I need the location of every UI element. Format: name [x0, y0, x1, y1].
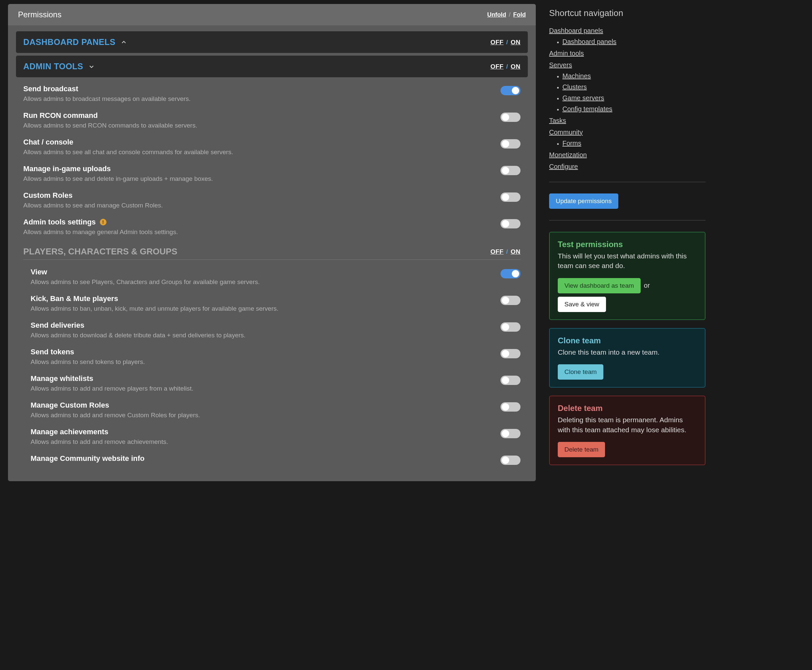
sidebar: Shortcut navigation Dashboard panels Das… [549, 0, 722, 481]
offon-admin: OFF / ON [491, 63, 520, 70]
view-dashboard-as-team-button[interactable]: View dashboard as team [558, 278, 641, 293]
nav-tasks[interactable]: Tasks [549, 117, 566, 124]
perm-row: Manage Custom RolesAllows admins to add … [16, 397, 528, 424]
or-text: or [644, 282, 650, 289]
nav-servers[interactable]: Servers [549, 61, 572, 69]
perm-title: Send broadcast [23, 85, 487, 93]
toggle[interactable] [501, 402, 520, 411]
perm-desc: Allows admins to ban, unban, kick, mute … [30, 305, 487, 312]
perm-desc: Allows admins to see all chat and consol… [23, 149, 487, 156]
perm-desc: Allows admins to send tokens to players. [30, 358, 487, 365]
perm-desc: Allows admins to broadcast messages on a… [23, 95, 487, 103]
nav-forms[interactable]: Forms [562, 140, 581, 147]
nav-configure[interactable]: Configure [549, 163, 578, 170]
toggle[interactable] [501, 269, 520, 278]
perm-title: Send tokens [30, 348, 487, 356]
toggle[interactable] [501, 219, 520, 228]
warning-icon: ! [100, 219, 106, 225]
nav-admin-tools[interactable]: Admin tools [549, 50, 584, 57]
nav-config-templates[interactable]: Config templates [562, 105, 612, 113]
sidebar-title: Shortcut navigation [549, 8, 706, 18]
toggle[interactable] [501, 113, 520, 122]
toggle[interactable] [501, 296, 520, 305]
toggle[interactable] [501, 349, 520, 358]
perm-row: Run RCON commandAllows admins to send RC… [16, 107, 528, 134]
clone-team-card: Clone team Clone this team into a new te… [549, 328, 706, 387]
section-header-dashboard[interactable]: DASHBOARD PANELS OFF / ON [16, 31, 528, 53]
perm-row: Admin tools settings!Allows admins to ma… [16, 214, 528, 240]
nav-monetization[interactable]: Monetization [549, 151, 587, 159]
section-title-admin: ADMIN TOOLS [23, 62, 83, 71]
perm-row: Manage whitelistsAllows admins to add an… [16, 370, 528, 397]
section-header-admin[interactable]: ADMIN TOOLS OFF / ON [16, 56, 528, 77]
perm-desc: Allows admins to see and delete in-game … [23, 175, 487, 183]
nav-dashboard-panels[interactable]: Dashboard panels [549, 27, 603, 34]
chevron-up-icon [121, 39, 127, 45]
players-subheader: PLAYERS, CHARACTERS & GROUPS OFF / ON [16, 240, 528, 259]
nav-machines[interactable]: Machines [562, 72, 591, 80]
perm-desc: Allows admins to send RCON commands to a… [23, 122, 487, 129]
perm-title: Chat / console [23, 138, 487, 147]
delete-team-button[interactable]: Delete team [558, 442, 605, 457]
off-link[interactable]: OFF [491, 248, 504, 255]
unfold-link[interactable]: Unfold [487, 11, 506, 18]
nav-game-servers[interactable]: Game servers [562, 94, 604, 102]
clone-team-button[interactable]: Clone team [558, 364, 603, 380]
divider [23, 259, 520, 260]
panel-title: Permissions [18, 10, 62, 19]
nav-community[interactable]: Community [549, 129, 583, 136]
card-body: Deleting this team is permanent. Admins … [558, 415, 697, 435]
on-link[interactable]: ON [511, 248, 521, 255]
toggle[interactable] [501, 429, 520, 438]
on-link[interactable]: ON [511, 39, 521, 46]
perm-desc: Allows admins to see Players, Characters… [30, 278, 487, 286]
test-permissions-card: Test permissions This will let you test … [549, 232, 706, 320]
toggle[interactable] [501, 86, 520, 95]
toggle[interactable] [501, 376, 520, 385]
card-title: Clone team [558, 336, 697, 345]
fold-controls: Unfold / Fold [487, 11, 526, 18]
card-title: Delete team [558, 404, 697, 413]
toggle[interactable] [501, 322, 520, 332]
off-link[interactable]: OFF [491, 63, 504, 70]
perm-row: Send broadcastAllows admins to broadcast… [16, 81, 528, 107]
perm-row: Manage in-game uploadsAllows admins to s… [16, 161, 528, 187]
perm-row: ViewAllows admins to see Players, Charac… [16, 264, 528, 290]
perm-desc: Allows admins to see and manage Custom R… [23, 202, 487, 209]
players-subheader-title: PLAYERS, CHARACTERS & GROUPS [23, 246, 177, 257]
perm-row: Custom RolesAllows admins to see and man… [16, 187, 528, 214]
perm-desc: Allows admins to add and remove Custom R… [30, 411, 487, 419]
chevron-down-icon [88, 64, 95, 69]
perm-row: Send tokensAllows admins to send tokens … [16, 343, 528, 370]
toggle[interactable] [501, 455, 520, 465]
perm-title: Manage achievements [30, 428, 487, 436]
perm-desc: Allows admins to add and remove players … [30, 385, 487, 392]
fold-link[interactable]: Fold [513, 11, 526, 18]
perm-row: Kick, Ban & Mute playersAllows admins to… [16, 290, 528, 317]
toggle[interactable] [501, 193, 520, 202]
delete-team-card: Delete team Deleting this team is perman… [549, 396, 706, 465]
permissions-panel: Permissions Unfold / Fold DASHBOARD PANE… [8, 4, 536, 481]
card-body: This will let you test what admins with … [558, 251, 697, 271]
perm-title: Manage Custom Roles [30, 401, 487, 409]
perm-title: Manage Community website info [30, 454, 487, 463]
on-link[interactable]: ON [511, 63, 521, 70]
perm-title: Custom Roles [23, 191, 487, 200]
perm-title: Manage in-game uploads [23, 164, 487, 173]
card-body: Clone this team into a new team. [558, 347, 697, 357]
off-link[interactable]: OFF [491, 39, 504, 46]
panel-header: Permissions Unfold / Fold [8, 4, 536, 25]
toggle[interactable] [501, 166, 520, 175]
nav-clusters[interactable]: Clusters [562, 83, 587, 91]
perm-title: Run RCON command [23, 111, 487, 120]
toggle[interactable] [501, 139, 520, 149]
perm-desc: Allows admins to download & delete tribu… [30, 332, 487, 339]
perm-desc: Allows admins to manage general Admin to… [23, 228, 487, 236]
perm-title: Send deliveries [30, 321, 487, 330]
perm-title: Manage whitelists [30, 374, 487, 383]
perm-title: Kick, Ban & Mute players [30, 294, 487, 303]
nav-dashboard-panels-sub[interactable]: Dashboard panels [562, 38, 616, 45]
perm-row: Manage Community website info [16, 450, 528, 470]
update-permissions-button[interactable]: Update permissions [549, 193, 618, 209]
save-and-view-button[interactable]: Save & view [558, 297, 606, 312]
